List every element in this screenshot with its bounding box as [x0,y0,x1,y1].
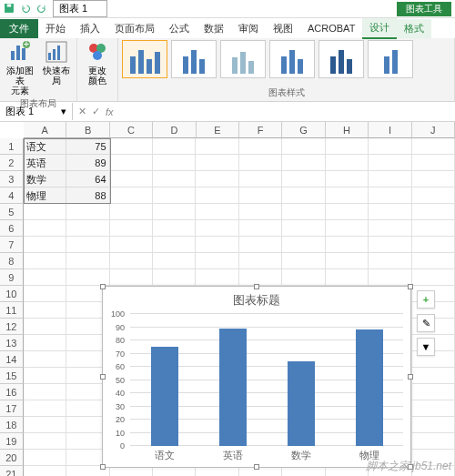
cell-A17[interactable] [24,400,66,417]
plot-area[interactable]: 0102030405060708090100 [130,314,403,446]
cell-A5[interactable] [24,204,66,220]
chart-style-2[interactable] [171,40,217,78]
cell-A6[interactable] [24,220,66,237]
cell-C1[interactable] [110,138,153,155]
cell-J16[interactable] [412,384,455,400]
cell-A12[interactable] [24,319,66,335]
cell-B6[interactable] [66,220,109,237]
tab-file[interactable]: 文件 [0,19,38,38]
cell-E1[interactable] [196,138,238,155]
formula-bar[interactable]: ✕ ✓ fx [73,106,119,117]
cell-J19[interactable] [412,433,455,450]
row-header[interactable]: 4 [0,187,24,204]
chart-styles-button[interactable]: ✎ [417,314,435,332]
cell-I7[interactable] [369,237,411,253]
chart-style-6[interactable] [368,40,413,78]
resize-handle[interactable] [408,374,413,380]
cell-A14[interactable] [24,351,66,368]
cell-C7[interactable] [110,237,153,253]
cell-A20[interactable] [24,450,66,466]
cell-E5[interactable] [196,204,238,220]
cell-H3[interactable] [326,171,369,187]
row-header[interactable]: 10 [0,286,24,302]
cell-I3[interactable] [369,171,411,187]
cell-I8[interactable] [369,253,411,269]
save-icon[interactable] [4,3,15,15]
cell-F7[interactable] [239,237,282,253]
cell-B3[interactable]: 64 [66,171,109,187]
cell-G1[interactable] [282,138,325,155]
tab-formula[interactable]: 公式 [162,19,197,38]
tab-review[interactable]: 审阅 [231,19,266,38]
row-header[interactable]: 1 [0,138,24,155]
col-header[interactable]: J [412,122,455,138]
cell-A18[interactable] [24,417,66,433]
cell-I5[interactable] [369,204,411,220]
cell-F1[interactable] [239,138,282,155]
cell-H4[interactable] [326,187,369,204]
tab-acrobat[interactable]: ACROBAT [300,20,362,36]
resize-handle[interactable] [254,464,259,470]
resize-handle[interactable] [100,284,106,289]
chart-style-1[interactable] [122,40,167,78]
cell-A10[interactable] [24,286,66,302]
cell-J18[interactable] [412,417,455,433]
tab-format[interactable]: 格式 [397,19,431,38]
cell-C9[interactable] [110,269,153,286]
cell-H7[interactable] [326,237,369,253]
chart-elements-button[interactable]: + [417,290,435,309]
qat-name-box[interactable]: 图表 1 [53,0,107,17]
tab-view[interactable]: 视图 [266,19,300,38]
worksheet-grid[interactable]: ABCDEFGHIJ 1语文752英语893数学644物理88567891011… [0,122,455,476]
fx-icon[interactable]: fx [106,106,114,117]
cell-B5[interactable] [66,204,109,220]
cell-A7[interactable] [24,237,66,253]
bar[interactable] [151,347,178,446]
row-header[interactable]: 11 [0,302,24,319]
row-header[interactable]: 17 [0,400,24,417]
resize-handle[interactable] [254,284,259,289]
tab-data[interactable]: 数据 [197,19,231,38]
cell-H8[interactable] [326,253,369,269]
cell-A1[interactable]: 语文 [24,138,66,155]
cell-E4[interactable] [196,187,238,204]
col-header[interactable]: D [153,122,196,138]
row-header[interactable]: 8 [0,253,24,269]
cell-C2[interactable] [110,155,153,171]
cell-I1[interactable] [369,138,411,155]
tab-home[interactable]: 开始 [38,19,73,38]
cell-D3[interactable] [153,171,196,187]
resize-handle[interactable] [100,464,106,470]
chart-style-4[interactable] [269,40,315,78]
cell-G8[interactable] [282,253,325,269]
bar[interactable] [219,329,247,446]
resize-handle[interactable] [408,284,413,289]
cell-G2[interactable] [282,155,325,171]
cell-J5[interactable] [412,204,455,220]
cell-E3[interactable] [196,171,238,187]
cancel-icon[interactable]: ✕ [78,106,86,117]
redo-icon[interactable] [36,3,47,15]
cell-A15[interactable] [24,368,66,384]
cell-D2[interactable] [153,155,196,171]
row-header[interactable]: 9 [0,269,24,286]
undo-icon[interactable] [20,3,31,15]
cell-C5[interactable] [110,204,153,220]
row-header[interactable]: 21 [0,466,24,476]
cell-G9[interactable] [282,269,325,286]
tab-page-layout[interactable]: 页面布局 [107,19,162,38]
row-header[interactable]: 18 [0,417,24,433]
cell-B1[interactable]: 75 [66,138,109,155]
cell-J9[interactable] [412,269,455,286]
cell-A21[interactable] [24,466,66,476]
cell-E2[interactable] [196,155,238,171]
row-header[interactable]: 15 [0,368,24,384]
cell-C6[interactable] [110,220,153,237]
cell-B8[interactable] [66,253,109,269]
chevron-down-icon[interactable]: ▾ [61,106,66,117]
cell-G5[interactable] [282,204,325,220]
cell-J6[interactable] [412,220,455,237]
row-header[interactable]: 13 [0,335,24,351]
cell-D9[interactable] [153,269,196,286]
enter-icon[interactable]: ✓ [92,106,100,117]
